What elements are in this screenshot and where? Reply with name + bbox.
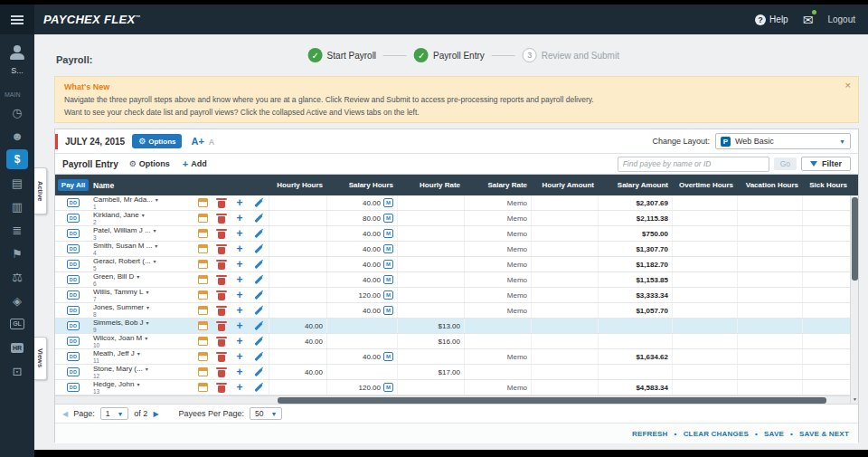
footer-link-save[interactable]: SAVE <box>764 430 784 438</box>
salary-rate-cell[interactable]: Memo <box>464 195 531 210</box>
salary-hours-cell[interactable] <box>326 365 397 379</box>
add-check-icon[interactable]: + <box>236 381 242 394</box>
go-button[interactable]: Go <box>774 157 797 170</box>
chevron-down-icon[interactable]: ▾ <box>154 227 156 233</box>
filter-button[interactable]: Filter <box>801 157 851 171</box>
views-tab[interactable]: Views <box>34 337 47 380</box>
checklist-icon[interactable]: ≣ <box>5 218 30 242</box>
add-check-icon[interactable]: + <box>236 227 242 240</box>
add-check-icon[interactable]: + <box>236 335 242 348</box>
reports-icon[interactable]: ▥ <box>5 195 30 218</box>
vacation-hours-cell[interactable] <box>737 365 802 379</box>
chevron-down-icon[interactable]: ▾ <box>146 366 148 372</box>
hourly-amount-cell[interactable] <box>531 226 598 241</box>
salary-rate-cell[interactable] <box>464 319 531 333</box>
chevron-down-icon[interactable]: ▾ <box>156 196 158 203</box>
hr-admin-icon[interactable]: HR <box>5 336 30 359</box>
step-review-and-submit[interactable]: 3Review and Submit <box>523 48 619 62</box>
vacation-hours-cell[interactable] <box>737 349 802 364</box>
sick-hours-cell[interactable] <box>802 242 851 256</box>
salary-rate-cell[interactable]: Memo <box>464 303 531 318</box>
step-start-payroll[interactable]: ✓Start Payroll <box>308 48 376 62</box>
direct-deposit-badge[interactable]: DD <box>67 367 80 376</box>
vertical-scrollbar-thumb[interactable] <box>852 197 858 281</box>
chevron-down-icon[interactable]: ▾ <box>146 304 149 310</box>
hourly-rate-cell[interactable] <box>397 211 464 225</box>
vertical-scrollbar[interactable]: ▼ <box>850 195 858 404</box>
next-page-icon[interactable]: ▶ <box>153 410 158 418</box>
edit-pencil-icon[interactable] <box>254 229 262 237</box>
messages-button[interactable]: ✉ <box>803 13 814 27</box>
direct-deposit-badge[interactable]: DD <box>67 244 80 253</box>
add-check-icon[interactable]: + <box>236 243 242 255</box>
employees-icon[interactable]: ☻ <box>5 124 30 148</box>
kiosk-icon[interactable]: ⊡ <box>5 359 30 383</box>
hourly-hours-cell[interactable] <box>269 195 326 210</box>
add-check-icon[interactable]: + <box>236 196 242 209</box>
trash-icon[interactable] <box>218 201 225 208</box>
memo-badge[interactable]: M <box>383 260 393 269</box>
salary-amount-cell[interactable]: $1,634.62 <box>598 349 672 364</box>
previous-page-icon[interactable]: ◀ <box>62 410 68 418</box>
hourly-hours-cell[interactable]: 40.00 <box>269 319 326 333</box>
date-options-button[interactable]: ⚙ Options <box>132 134 182 148</box>
payee-name[interactable]: Willis, Tammy L <box>93 289 143 296</box>
chevron-down-icon[interactable]: ▾ <box>155 243 157 249</box>
hourly-rate-cell[interactable] <box>397 226 464 241</box>
calendar-icon[interactable] <box>198 321 208 330</box>
overtime-hours-cell[interactable] <box>672 365 737 379</box>
trash-icon[interactable] <box>218 262 225 270</box>
salary-rate-cell[interactable]: Memo <box>464 242 531 256</box>
overtime-hours-cell[interactable] <box>672 272 737 287</box>
hourly-rate-cell[interactable] <box>397 257 464 271</box>
hourly-amount-cell[interactable] <box>531 211 598 225</box>
memo-badge[interactable]: M <box>383 290 393 300</box>
time-clock-icon[interactable]: ◷ <box>5 100 30 124</box>
salary-rate-cell[interactable]: Memo <box>464 380 531 395</box>
vacation-hours-cell[interactable] <box>737 288 802 302</box>
edit-pencil-icon[interactable] <box>254 290 262 299</box>
hourly-rate-cell[interactable] <box>397 242 464 256</box>
direct-deposit-badge[interactable]: DD <box>67 260 80 269</box>
scroll-down-arrow-icon[interactable]: ▼ <box>851 395 859 404</box>
calendar-icon[interactable] <box>198 383 208 392</box>
salary-amount-cell[interactable]: $4,583.34 <box>598 380 672 395</box>
user-avatar[interactable] <box>9 45 25 60</box>
payee-name[interactable]: Cambell, Mr Ada... <box>93 196 153 204</box>
sick-hours-cell[interactable] <box>802 380 851 395</box>
memo-badge[interactable]: M <box>383 275 393 284</box>
hourly-amount-cell[interactable] <box>531 303 598 318</box>
general-ledger-icon[interactable]: GL <box>5 312 30 336</box>
active-tab[interactable]: Active <box>34 167 47 214</box>
salary-amount-cell[interactable]: $2,115.38 <box>598 211 672 225</box>
calendar-icon[interactable] <box>198 198 208 207</box>
hourly-amount-cell[interactable] <box>531 195 598 210</box>
hourly-rate-cell[interactable] <box>397 288 464 302</box>
salary-amount-cell[interactable]: $750.00 <box>598 226 672 241</box>
hourly-amount-cell[interactable] <box>531 242 598 256</box>
trash-icon[interactable] <box>218 355 225 362</box>
vacation-hours-cell[interactable] <box>737 380 802 395</box>
payee-name[interactable]: Hedge, John <box>93 381 134 388</box>
salary-amount-cell[interactable] <box>598 319 672 333</box>
salary-amount-cell[interactable] <box>598 365 672 379</box>
font-increase-button[interactable]: A+ <box>191 136 203 147</box>
payee-name[interactable]: Simmels, Bob J <box>93 319 144 327</box>
calendar-icon[interactable] <box>198 306 208 315</box>
direct-deposit-badge[interactable]: DD <box>67 337 80 346</box>
sick-hours-cell[interactable] <box>802 272 851 287</box>
salary-amount-cell[interactable]: $1,153.85 <box>598 272 672 287</box>
hourly-amount-cell[interactable] <box>531 257 598 271</box>
memo-badge[interactable]: M <box>383 306 393 315</box>
add-check-icon[interactable]: + <box>236 319 242 332</box>
edit-pencil-icon[interactable] <box>254 337 262 345</box>
payee-name[interactable]: Smith, Susan M ... <box>93 243 152 250</box>
chevron-down-icon[interactable]: ▾ <box>146 289 148 295</box>
overtime-hours-cell[interactable] <box>672 303 737 318</box>
hourly-hours-cell[interactable] <box>269 257 326 271</box>
salary-amount-cell[interactable]: $2,307.69 <box>598 195 672 210</box>
edit-pencil-icon[interactable] <box>254 367 262 376</box>
chevron-down-icon[interactable]: ▾ <box>142 212 145 218</box>
sick-hours-cell[interactable] <box>802 288 851 302</box>
edit-pencil-icon[interactable] <box>254 352 262 360</box>
